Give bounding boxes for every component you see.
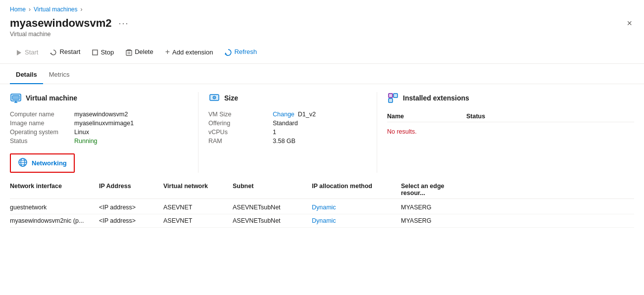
- svg-rect-31: [389, 98, 393, 102]
- net-row2-ni: myasewindowsvm2nic (p...: [10, 217, 99, 224]
- tabs: Details Metrics: [0, 66, 644, 84]
- extensions-section-header: Installed extensions: [387, 92, 634, 104]
- divider-2: [377, 92, 377, 173]
- size-section: Size VM Size Change D1_v2 Offering Stand…: [208, 92, 367, 173]
- net-row2-vn: ASEVNET: [163, 217, 233, 224]
- status-label: Status: [10, 138, 74, 145]
- play-icon: [16, 48, 22, 56]
- status-value: Running: [74, 138, 98, 145]
- net-row1-er: MYASERG: [401, 204, 460, 211]
- start-button[interactable]: Start: [10, 45, 44, 59]
- breadcrumb-sep-2: ›: [81, 6, 83, 13]
- vcpu-label: vCPUs: [208, 129, 273, 136]
- breadcrumb-virtual-machines[interactable]: Virtual machines: [34, 6, 78, 13]
- vm-details-table: Computer name myasewindowsvm2 Image name…: [10, 111, 188, 145]
- vm-size-value: D1_v2: [298, 111, 316, 118]
- restart-label: Restart: [59, 48, 80, 55]
- stop-label: Stop: [100, 49, 114, 56]
- close-button[interactable]: ×: [625, 17, 634, 30]
- net-row1-iam: Dynamic: [312, 204, 401, 211]
- vm-size-label: VM Size: [208, 111, 273, 118]
- net-row-2: myasewindowsvm2nic (p... <IP address> AS…: [10, 214, 634, 228]
- page-subtitle: Virtual machine: [10, 31, 131, 38]
- no-results-text: No results.: [387, 124, 634, 139]
- size-section-header: Size: [208, 92, 367, 104]
- refresh-button[interactable]: Refresh: [219, 45, 263, 59]
- svg-marker-1: [50, 52, 52, 54]
- image-name-label: Image name: [10, 120, 74, 127]
- net-header-ni: Network interface: [10, 183, 99, 197]
- net-table-header: Network interface IP Address Virtual net…: [10, 181, 634, 199]
- content: Virtual machine Computer name myasewindo…: [0, 84, 644, 236]
- add-extension-button[interactable]: + Add extension: [159, 45, 219, 59]
- tab-metrics[interactable]: Metrics: [43, 66, 76, 84]
- more-button[interactable]: ···: [116, 18, 131, 29]
- plus-icon: +: [165, 48, 170, 56]
- page: Home › Virtual machines › myasewindowsvm…: [0, 0, 644, 295]
- vm-size-row: VM Size Change D1_v2: [208, 111, 367, 118]
- net-row1-ni: guestnetwork: [10, 204, 99, 211]
- net-row1-ip: <IP address>: [99, 204, 163, 211]
- restart-button[interactable]: Restart: [44, 45, 86, 59]
- net-header-ip: IP Address: [99, 183, 163, 197]
- ram-row: RAM 3.58 GB: [208, 138, 367, 145]
- extensions-section: Installed extensions Name Status No resu…: [387, 92, 634, 173]
- net-row-1: guestnetwork <IP address> ASEVNET ASEVNE…: [10, 201, 634, 214]
- tab-details[interactable]: Details: [10, 66, 43, 84]
- ram-value: 3.58 GB: [273, 138, 296, 145]
- svg-rect-27: [389, 94, 393, 98]
- vm-icon: [10, 92, 22, 104]
- start-label: Start: [25, 49, 38, 56]
- delete-button[interactable]: Delete: [120, 45, 159, 59]
- title-section: myasewindowsvm2 ··· Virtual machine: [10, 17, 131, 38]
- extensions-icon: [387, 92, 399, 104]
- image-name-row: Image name myaselinuxvmimage1: [10, 120, 188, 127]
- vm-size-row-content: Change D1_v2: [273, 111, 316, 118]
- status-row: Status Running: [10, 138, 188, 145]
- size-section-title: Size: [224, 94, 238, 102]
- offering-label: Offering: [208, 120, 273, 127]
- ram-label: RAM: [208, 138, 273, 145]
- restart-icon: [50, 48, 57, 56]
- vcpu-row: vCPUs 1: [208, 129, 367, 136]
- breadcrumb-sep-1: ›: [29, 6, 31, 13]
- breadcrumb: Home › Virtual machines ›: [0, 0, 644, 15]
- net-header-sn: Subnet: [233, 183, 312, 197]
- refresh-icon: [225, 48, 232, 56]
- svg-marker-10: [225, 52, 227, 54]
- net-row2-er: MYASERG: [401, 217, 460, 224]
- vm-section-header: Virtual machine: [10, 92, 188, 104]
- svg-rect-3: [126, 50, 132, 55]
- stop-button[interactable]: Stop: [86, 45, 120, 59]
- ext-name-header: Name: [387, 113, 466, 120]
- computer-name-label: Computer name: [10, 111, 74, 118]
- os-label: Operating system: [10, 129, 74, 136]
- net-header-iam: IP allocation method: [312, 183, 401, 197]
- offering-row: Offering Standard: [208, 120, 367, 127]
- networking-icon: [18, 157, 28, 169]
- networking-section: Network interface IP Address Virtual net…: [10, 181, 634, 228]
- os-value: Linux: [74, 129, 89, 136]
- delete-label: Delete: [135, 48, 153, 55]
- computer-name-row: Computer name myasewindowsvm2: [10, 111, 188, 118]
- change-link[interactable]: Change: [273, 111, 295, 118]
- net-header-er: Select an edge resour...: [401, 183, 460, 197]
- top-sections: Virtual machine Computer name myasewindo…: [10, 92, 634, 173]
- page-title: myasewindowsvm2: [10, 17, 111, 30]
- networking-label: Networking: [32, 159, 67, 167]
- image-name-value: myaselinuxvmimage1: [74, 120, 134, 127]
- networking-box[interactable]: Networking: [10, 153, 75, 173]
- svg-marker-0: [17, 50, 21, 55]
- delete-icon: [126, 48, 132, 56]
- breadcrumb-home[interactable]: Home: [10, 6, 26, 13]
- vm-section: Virtual machine Computer name myasewindo…: [10, 92, 188, 173]
- title-row: myasewindowsvm2 ···: [10, 17, 131, 30]
- size-icon: [208, 92, 220, 104]
- net-header-vn: Virtual network: [163, 183, 233, 197]
- svg-rect-29: [394, 94, 397, 98]
- offering-value: Standard: [273, 120, 298, 127]
- extensions-table-header: Name Status: [387, 111, 634, 122]
- net-row1-vn: ASEVNET: [163, 204, 233, 211]
- svg-rect-13: [12, 96, 19, 99]
- ext-status-header: Status: [466, 113, 516, 120]
